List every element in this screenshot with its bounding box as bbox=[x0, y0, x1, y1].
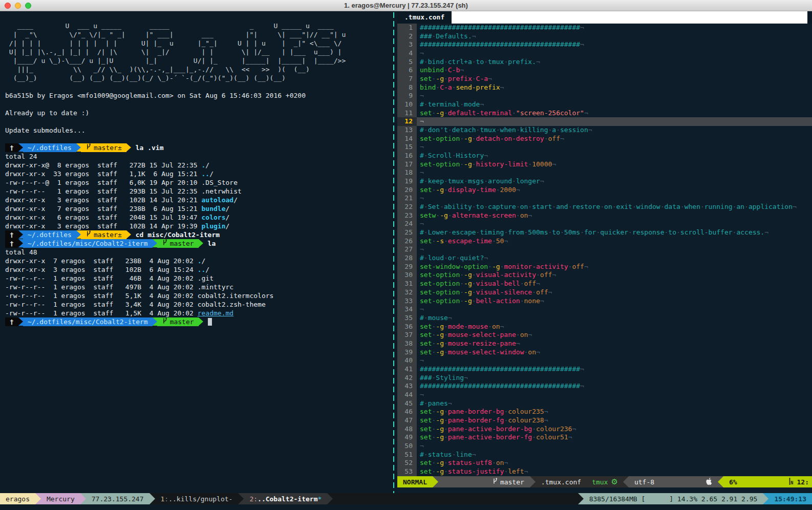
vim-line[interactable]: 17set-option·-g·history-limit·10000¬ bbox=[397, 160, 812, 169]
vim-line[interactable]: 32set-option·-g·visual-silence·off¬ bbox=[397, 288, 812, 297]
blank-line bbox=[5, 117, 391, 126]
vim-line[interactable]: 3#######################################… bbox=[397, 40, 812, 49]
vim-line-number: 1 bbox=[397, 24, 417, 32]
tmux-pane-border[interactable] bbox=[391, 11, 397, 493]
vim-filename: .tmux.conf bbox=[536, 476, 587, 487]
vim-tab-tmux-conf[interactable]: .tmux.conf bbox=[397, 11, 452, 24]
eol-marker: ¬ bbox=[472, 451, 476, 458]
vim-line[interactable]: 5#·bind·ctrl+a·to·tmux·prefix.¬ bbox=[397, 58, 812, 67]
powerline-separator bbox=[76, 143, 81, 152]
vim-line[interactable]: 4¬ bbox=[397, 49, 812, 58]
vim-line[interactable]: 12¬ bbox=[397, 117, 812, 126]
minimize-button[interactable] bbox=[15, 3, 21, 9]
traffic-lights bbox=[5, 0, 31, 11]
vim-line[interactable]: 18¬ bbox=[397, 168, 812, 177]
vim-line[interactable]: 50¬ bbox=[397, 442, 812, 451]
vim-line[interactable]: 23setw·-g·alternate-screen·on¬ bbox=[397, 211, 812, 220]
vim-line[interactable]: 15¬ bbox=[397, 143, 812, 152]
shell-pane[interactable]: ____ U ___ u _____ _____ _ U _____ u ___… bbox=[0, 11, 391, 493]
vim-line-text: set·-g·display-time·2000¬ bbox=[417, 186, 812, 195]
prompt-slot: †~/.dotfiles/misc/Cobalt2-itermmaster bbox=[5, 317, 391, 326]
vim-line[interactable]: 40¬ bbox=[397, 356, 812, 365]
vim-line[interactable]: 6unbind·C-b¬ bbox=[397, 66, 812, 75]
vim-line[interactable]: 30set-option·-g·visual-activity·off¬ bbox=[397, 271, 812, 280]
tmux-memory-cpu: 8385/16384MB [ ] 14.3% 2.65 2.91 2.95 bbox=[584, 493, 763, 504]
whitespace-dot: · bbox=[560, 228, 564, 236]
vim-line[interactable]: 31set-option·-g·visual-bell·off¬ bbox=[397, 280, 812, 288]
vim-line[interactable]: 11set·-g·default-terminal·"screen-256col… bbox=[397, 109, 812, 118]
vim-branch-label: master bbox=[500, 478, 524, 486]
vim-line[interactable]: 26set·-s·escape-time·50¬ bbox=[397, 237, 812, 246]
powerline-separator bbox=[18, 239, 23, 247]
vim-line[interactable]: 25#·Lower·escape·timing·from·500ms·to·50… bbox=[397, 228, 812, 237]
directory-name: . bbox=[198, 257, 202, 265]
vim-line[interactable]: 36set·-g·mode-mouse·on¬ bbox=[397, 323, 812, 331]
vim-line[interactable]: 33set-option·-g·bell-action·none¬ bbox=[397, 297, 812, 306]
vim-line-text: set·-g·prefix·C-a¬ bbox=[417, 75, 812, 83]
eol-marker: ¬ bbox=[580, 40, 584, 48]
vim-line[interactable]: 2###·Defaults.¬ bbox=[397, 32, 812, 41]
vim-line[interactable]: 24¬ bbox=[397, 220, 812, 228]
vim-line[interactable]: 8bind·C-a·send-prefix¬ bbox=[397, 83, 812, 92]
vim-line[interactable]: 7set·-g·prefix·C-a¬ bbox=[397, 75, 812, 83]
vim-line[interactable]: 45#·panes¬ bbox=[397, 399, 812, 408]
prompt-status-segment: † bbox=[5, 230, 18, 239]
vim-line[interactable]: 51#·status·line¬ bbox=[397, 451, 812, 459]
listing-meta: -rw-r--r--@ 1 eragos staff 6,0K 19 Apr 2… bbox=[5, 179, 202, 186]
vim-line-text: set·-g·mouse-resize-pane¬ bbox=[417, 339, 812, 348]
vim-line[interactable]: 20set·-g·display-time·2000¬ bbox=[397, 186, 812, 195]
vim-line[interactable]: 49set·-g·pane-active-border-fg·colour51¬ bbox=[397, 433, 812, 442]
titlebar[interactable]: 1. eragos@Mercury | 77.23.155.247 (sh) bbox=[0, 0, 812, 11]
vim-line-text: setw·-g·alternate-screen·on¬ bbox=[417, 211, 812, 220]
vim-line[interactable]: 38set·-g·mouse-resize-pane¬ bbox=[397, 339, 812, 348]
vim-line-text: #·status·line¬ bbox=[417, 451, 812, 459]
vim-line[interactable]: 19#·keep·tmux·msgs·around·longer¬ bbox=[397, 177, 812, 186]
vim-line[interactable]: 10#·terminal·mode¬ bbox=[397, 100, 812, 109]
vim-line[interactable]: 37set·-g·mouse-select-pane·on¬ bbox=[397, 331, 812, 339]
vim-line[interactable]: 35#·mouse¬ bbox=[397, 314, 812, 323]
vim-line[interactable]: 22#·Set·ability·to·capture·on·start·and·… bbox=[397, 203, 812, 211]
vim-line[interactable]: 29set-window-option·-g·monitor-activity·… bbox=[397, 263, 812, 271]
vim-line[interactable]: 46set·-g·pane-border-bg·colour235¬ bbox=[397, 408, 812, 416]
vim-pane[interactable]: .tmux.conf 1############################… bbox=[397, 11, 812, 493]
vim-line-number: 3 bbox=[397, 40, 417, 49]
vim-line-text: set-option·-g·visual-silence·off¬ bbox=[417, 288, 812, 297]
vim-line[interactable]: 27¬ bbox=[397, 245, 812, 254]
vim-line[interactable]: 9¬ bbox=[397, 92, 812, 100]
vim-line[interactable]: 39set·-g·mouse-select-window·on¬ bbox=[397, 348, 812, 357]
tmux-window-1[interactable]: 1:..kills/gnuplot- bbox=[155, 493, 239, 504]
vim-line[interactable]: 42###·Styling¬ bbox=[397, 374, 812, 383]
syntax-token: -g bbox=[436, 109, 444, 117]
vim-buffer[interactable]: 1#######################################… bbox=[397, 24, 812, 476]
syntax-token: "screen-256color" bbox=[516, 109, 584, 117]
vim-line[interactable]: 52set·-g·status-utf8·on¬ bbox=[397, 459, 812, 468]
vim-line[interactable]: 14set-option·-g·detach-on-destroy·off¬ bbox=[397, 135, 812, 143]
file-link[interactable]: readme.md bbox=[198, 309, 233, 317]
syntax-token: to bbox=[552, 228, 560, 236]
syntax-token: application bbox=[749, 203, 793, 210]
vim-line[interactable]: 48set·-g·pane-active-border-bg·colour236… bbox=[397, 425, 812, 434]
vim-line[interactable]: 13#·don't·detach·tmux·when·killing·a·ses… bbox=[397, 126, 812, 135]
whitespace-dot: · bbox=[484, 203, 488, 210]
vim-line[interactable]: 1#######################################… bbox=[397, 24, 812, 32]
vim-line-number: 42 bbox=[397, 374, 417, 383]
syntax-token: history-limit bbox=[476, 160, 528, 168]
fullscreen-button[interactable] bbox=[25, 3, 31, 9]
vim-line-number: 11 bbox=[397, 109, 417, 118]
prompt-slot: †~/.dotfilesmaster±la .vim bbox=[5, 143, 391, 152]
close-button[interactable] bbox=[5, 3, 11, 9]
vim-line[interactable]: 47set·-g·pane-border-fg·colour238¬ bbox=[397, 416, 812, 425]
tmux-window-2-active[interactable]: 2:..Cobalt2-iterm* bbox=[244, 493, 327, 504]
syntax-token: # bbox=[420, 399, 424, 407]
vim-line[interactable]: 34¬ bbox=[397, 305, 812, 314]
vim-line[interactable]: 16#·Scroll·History¬ bbox=[397, 152, 812, 160]
vim-line[interactable]: 44¬ bbox=[397, 391, 812, 399]
vim-line[interactable]: 43######################################… bbox=[397, 382, 812, 391]
vim-line[interactable]: 41######################################… bbox=[397, 365, 812, 374]
eol-marker: ¬ bbox=[460, 66, 464, 74]
vim-line[interactable]: 21¬ bbox=[397, 194, 812, 203]
listing-row: drwxr-xr-x 3 eragos staff 102B 6 Aug 15:… bbox=[5, 265, 391, 274]
vim-line-number: 46 bbox=[397, 408, 417, 416]
vim-line[interactable]: 28#·loud·or·quiet?¬ bbox=[397, 254, 812, 263]
whitespace-dot: · bbox=[472, 271, 476, 279]
